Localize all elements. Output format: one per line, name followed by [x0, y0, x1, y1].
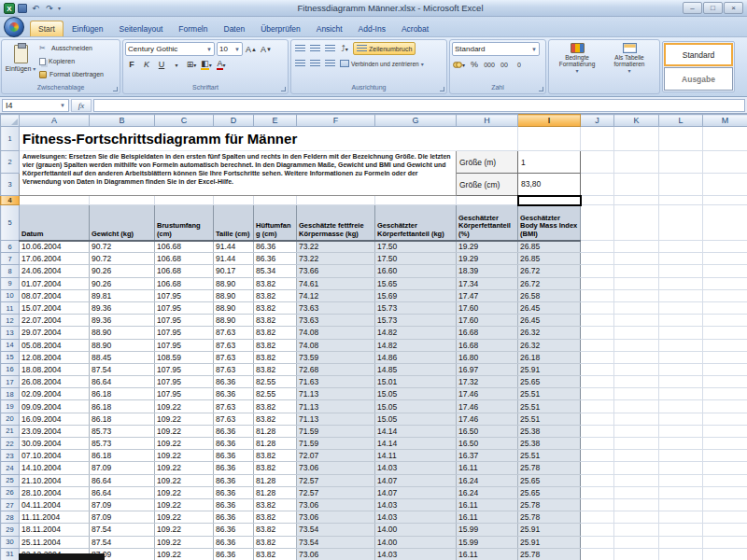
percent-style-button[interactable]: %	[468, 58, 481, 71]
cell-K21[interactable]	[614, 425, 659, 437]
cell-I3-height-cm-value[interactable]: 83,80	[518, 174, 581, 196]
cell-D7[interactable]: 91.44	[214, 253, 254, 265]
cell-F28[interactable]: 73.06	[297, 511, 375, 524]
number-format-select[interactable]: Standard▼	[452, 42, 540, 56]
cell-H7[interactable]: 19.29	[457, 253, 518, 265]
cell-E17[interactable]: 82.55	[254, 376, 297, 388]
cell-E8[interactable]: 85.34	[254, 265, 297, 277]
cell-E19[interactable]: 83.82	[254, 400, 297, 413]
cell-I21[interactable]: 25.38	[518, 425, 581, 437]
cell-E7[interactable]: 86.36	[254, 253, 297, 265]
tab-einf-gen[interactable]: Einfügen	[64, 21, 111, 36]
cell-B14[interactable]: 88.90	[90, 339, 155, 351]
underline-options-icon[interactable]: ▾	[170, 58, 183, 71]
cell-G25[interactable]: 14.07	[375, 474, 457, 486]
cell-E25[interactable]: 81.28	[254, 474, 297, 486]
cell-J17[interactable]	[581, 376, 614, 388]
row-header-28[interactable]: 28	[1, 511, 20, 524]
cell-A4[interactable]	[20, 196, 90, 205]
cell-M18[interactable]	[703, 388, 747, 400]
redo-icon[interactable]: ↷	[44, 3, 55, 14]
cell-L31[interactable]	[659, 548, 703, 560]
row-header-4[interactable]: 4	[1, 196, 20, 205]
cell-F15[interactable]: 73.59	[297, 351, 375, 363]
cell-C21[interactable]: 109.22	[155, 425, 214, 437]
cell-G12[interactable]: 15.73	[375, 315, 457, 327]
dialog-launcher-icon[interactable]	[113, 87, 118, 91]
cell-G28[interactable]: 14.03	[375, 511, 457, 524]
cell-B28[interactable]: 87.09	[90, 511, 155, 524]
cell-E10[interactable]: 83.82	[254, 289, 297, 301]
cell-G18[interactable]: 15.05	[375, 388, 457, 400]
cell-A7[interactable]: 17.06.2004	[20, 253, 90, 265]
cell-C9[interactable]: 106.68	[155, 277, 214, 289]
cell-J12[interactable]	[581, 315, 614, 327]
tab-add-ins[interactable]: Add-Ins	[351, 21, 393, 36]
cell-L22[interactable]	[659, 438, 703, 450]
cell-E9[interactable]: 83.82	[254, 277, 297, 289]
cell-K31[interactable]	[614, 548, 659, 560]
cell-B4[interactable]	[90, 196, 155, 205]
cell-D22[interactable]: 86.36	[214, 438, 254, 450]
cell-L6[interactable]	[659, 241, 703, 253]
cell-I18[interactable]: 25.51	[518, 388, 581, 400]
cell-D28[interactable]: 86.36	[214, 511, 254, 524]
cell-F24[interactable]: 73.06	[297, 462, 375, 474]
cell-I26[interactable]: 25.65	[518, 486, 581, 498]
cell-A9[interactable]: 01.07.2004	[20, 277, 90, 289]
cell-I7[interactable]: 26.85	[518, 253, 581, 265]
cell-G8[interactable]: 16.60	[375, 265, 457, 277]
cell-J15[interactable]	[581, 351, 614, 363]
cell-H26[interactable]: 16.24	[457, 486, 518, 498]
row-header-29[interactable]: 29	[1, 524, 20, 536]
cell-E21[interactable]: 81.28	[254, 425, 297, 437]
cell-D24[interactable]: 86.36	[214, 462, 254, 474]
cell-H11[interactable]: 17.60	[457, 301, 518, 314]
cell-A11[interactable]: 15.07.2004	[20, 301, 90, 314]
cell-F9[interactable]: 74.61	[297, 277, 375, 289]
cell-K24[interactable]	[614, 462, 659, 474]
cell-G4[interactable]	[375, 196, 457, 205]
cell-B27[interactable]: 87.09	[90, 498, 155, 511]
tab-seitenlayout[interactable]: Seitenlayout	[112, 21, 171, 36]
cell-D20[interactable]: 87.63	[214, 413, 254, 425]
cell-I24[interactable]: 25.78	[518, 462, 581, 474]
cell-A24[interactable]: 14.10.2004	[20, 462, 90, 474]
cell-F11[interactable]: 73.63	[297, 301, 375, 314]
accounting-format-button[interactable]: ▾	[452, 58, 466, 71]
row-header-19[interactable]: 19	[1, 400, 20, 413]
cell-I28[interactable]: 25.78	[518, 511, 581, 524]
row-header-1[interactable]: 1	[1, 127, 20, 151]
row-header-15[interactable]: 15	[1, 351, 20, 363]
row-header-27[interactable]: 27	[1, 498, 20, 511]
cell-C19[interactable]: 109.22	[155, 400, 214, 413]
cell-L9[interactable]	[659, 277, 703, 289]
cell-D4[interactable]	[214, 196, 254, 205]
cell-M15[interactable]	[703, 351, 747, 363]
cell-H31[interactable]: 16.11	[457, 548, 518, 560]
cell-M1[interactable]	[703, 127, 747, 151]
tab-acrobat[interactable]: Acrobat	[394, 21, 436, 36]
cell-F5-header[interactable]: Geschätzte fettfreie Körpermasse (kg)	[297, 205, 375, 241]
cell-K5[interactable]	[614, 205, 659, 241]
undo-icon[interactable]: ↶	[30, 3, 41, 14]
cell-G9[interactable]: 15.65	[375, 277, 457, 289]
cell-A25[interactable]: 21.10.2004	[20, 474, 90, 486]
cell-G5-header[interactable]: Geschätzter Körperfettanteil (kg)	[375, 205, 457, 241]
row-header-17[interactable]: 17	[1, 376, 20, 388]
cell-I6[interactable]: 26.85	[518, 241, 581, 253]
cell-J20[interactable]	[581, 413, 614, 425]
cell-G13[interactable]: 14.82	[375, 327, 457, 339]
cell-B30[interactable]: 87.54	[90, 536, 155, 548]
cell-H2-height-m-label[interactable]: Größe (m)	[457, 151, 518, 174]
cell-B24[interactable]: 87.09	[90, 462, 155, 474]
cell-I16[interactable]: 25.91	[518, 363, 581, 375]
cell-J3[interactable]	[581, 174, 614, 196]
cell-C20[interactable]: 109.22	[155, 413, 214, 425]
cell-M2[interactable]	[703, 151, 747, 174]
cell-M29[interactable]	[703, 524, 747, 536]
cell-D5-header[interactable]: Taille (cm)	[214, 205, 254, 241]
paste-button[interactable]: Einfügen ▾	[4, 42, 37, 81]
cell-B5-header[interactable]: Gewicht (kg)	[90, 205, 155, 241]
cell-K17[interactable]	[614, 376, 659, 388]
